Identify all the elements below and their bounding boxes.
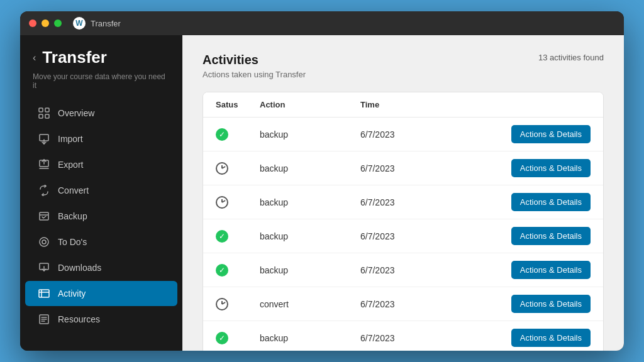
sidebar-item-label-activity: Activity [58,288,86,299]
page-subtitle: Actions taken using Transfer [203,70,306,79]
table-header: Satus Action Time [203,92,603,118]
export-icon [38,158,50,171]
status-cell: ✓ [216,332,260,344]
check-icon: ✓ [216,230,228,243]
time-cell: 6/7/2023 [360,265,477,275]
sidebar-item-label-convert: Convert [58,185,89,195]
svg-rect-3 [45,114,49,118]
status-cell [216,196,260,209]
wp-logo: W [73,17,86,30]
time-cell: 6/7/2023 [360,129,477,140]
sidebar-item-todos[interactable]: To Do's [25,229,177,255]
sidebar-item-label-todos: To Do's [58,237,87,247]
app-window: W Transfer ‹ Transfer Move your course d… [20,11,624,351]
sidebar-item-label-import: Import [58,134,83,144]
svg-rect-1 [45,108,49,112]
check-icon: ✓ [216,264,228,277]
window-title: Transfer [91,19,121,28]
clock-icon [216,298,228,310]
page-title: Activities [203,53,306,67]
svg-point-12 [42,240,46,244]
downloads-icon [38,261,50,274]
actions-details-button[interactable]: Actions & Details [511,261,591,279]
actions-details-button[interactable]: Actions & Details [511,295,591,313]
status-cell: ✓ [216,230,260,243]
col-action: Action [260,100,360,109]
check-icon: ✓ [216,128,228,141]
sidebar-item-export[interactable]: Export [25,152,177,177]
import-icon [38,133,50,145]
sidebar-item-label-downloads: Downloads [58,263,101,273]
time-cell: 6/7/2023 [360,333,477,343]
action-cell: backup [260,129,360,140]
page-header-left: Activities Actions taken using Transfer [203,53,306,79]
action-cell: backup [260,333,360,343]
time-cell: 6/7/2023 [360,231,477,241]
activities-count: 13 activities found [538,53,604,62]
sidebar-header: ‹ Transfer [20,35,182,72]
status-cell: ✓ [216,128,260,141]
actions-details-button[interactable]: Actions & Details [511,329,591,347]
table-row: ✓ backup 6/7/2023 Actions & Details [203,118,603,151]
maximize-button[interactable] [54,19,62,27]
clock-icon [216,162,228,175]
sidebar-item-resources[interactable]: Resources [25,307,177,332]
table-row: backup 6/7/2023 Actions & Details [203,151,603,185]
table-row: ✓ backup 6/7/2023 Actions & Details [203,219,603,253]
sidebar-title: Transfer [42,48,107,67]
sidebar-item-activity[interactable]: Activity [25,281,177,306]
status-cell [216,298,260,310]
page-header: Activities Actions taken using Transfer … [203,53,604,79]
sidebar-item-backup[interactable]: Backup [25,204,177,229]
sidebar-item-overview[interactable]: Overview [25,101,177,126]
overview-icon [38,107,50,119]
todos-icon [38,236,50,248]
activity-icon [38,287,50,300]
sidebar-item-label-resources: Resources [58,314,100,324]
svg-rect-0 [39,108,43,112]
action-cell: backup [260,231,360,241]
sidebar-item-label-backup: Backup [58,211,87,221]
actions-details-button[interactable]: Actions & Details [511,227,591,245]
time-cell: 6/7/2023 [360,197,477,207]
status-cell [216,162,260,175]
sidebar-item-label-overview: Overview [58,108,94,118]
sidebar-item-convert[interactable]: Convert [25,178,177,203]
convert-icon [38,184,50,197]
main-content: Activities Actions taken using Transfer … [182,35,624,351]
sidebar-item-label-export: Export [58,160,83,170]
close-button[interactable] [29,19,36,27]
table-row: backup 6/7/2023 Actions & Details [203,185,603,219]
sidebar-nav: Overview Import [20,100,182,344]
clock-icon [216,196,228,209]
sidebar-subtitle: Move your course data where you need it [20,72,182,100]
col-actions [477,100,591,109]
svg-rect-15 [39,290,49,297]
check-icon: ✓ [216,332,228,344]
col-status: Satus [216,100,260,109]
sidebar-item-downloads[interactable]: Downloads [25,255,177,280]
svg-rect-9 [40,212,48,220]
action-cell: backup [260,265,360,275]
actions-details-button[interactable]: Actions & Details [511,125,591,143]
minimize-button[interactable] [42,19,49,27]
action-cell: backup [260,197,360,207]
table-row: ✓ backup 6/7/2023 Actions & Details [203,253,603,287]
actions-details-button[interactable]: Actions & Details [511,159,591,177]
back-button[interactable]: ‹ [33,52,36,63]
activities-table: Satus Action Time ✓ backup 6/7/2023 Acti… [203,92,604,351]
action-cell: backup [260,163,360,173]
action-cell: convert [260,299,360,309]
sidebar-item-import[interactable]: Import [25,126,177,151]
col-time: Time [360,100,477,109]
status-cell: ✓ [216,264,260,277]
time-cell: 6/7/2023 [360,299,477,309]
sidebar: ‹ Transfer Move your course data where y… [20,35,182,351]
titlebar: W Transfer [20,11,624,35]
actions-details-button[interactable]: Actions & Details [511,193,591,211]
svg-point-11 [40,238,48,246]
app-body: ‹ Transfer Move your course data where y… [20,35,624,351]
table-row: convert 6/7/2023 Actions & Details [203,287,603,321]
table-row: ✓ backup 6/7/2023 Actions & Details [203,321,603,351]
resources-icon [38,313,50,326]
